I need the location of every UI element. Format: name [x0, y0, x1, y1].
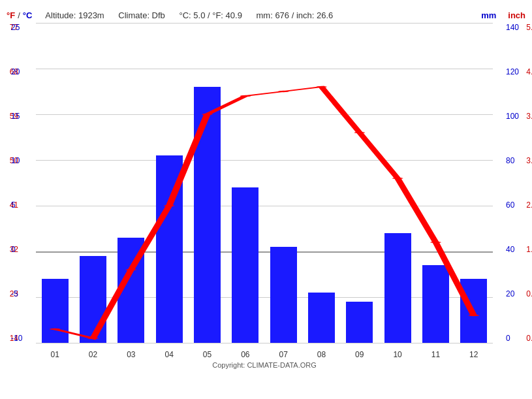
y-label-inch: 3.9 [519, 112, 532, 121]
header-info: Altitude: 1923m Climate: Dfb °C: 5.0 / °… [45, 10, 345, 20]
chart-container: °F / °C Altitude: 1923m Climate: Dfb °C:… [0, 0, 532, 399]
altitude-label: Altitude: 1923m [45, 10, 104, 20]
x-month-label: 01 [36, 350, 74, 359]
copyright: Copyright: CLIMATE-DATA.ORG [36, 361, 493, 369]
x-month-label: 11 [416, 350, 454, 359]
x-month-label: 03 [112, 350, 150, 359]
inch-unit-header: inch [508, 10, 525, 20]
precip-label: mm: 676 / inch: 26.6 [257, 10, 334, 20]
chart-header: °F / °C Altitude: 1923m Climate: Dfb °C:… [0, 7, 532, 23]
x-month-label: 12 [455, 350, 493, 359]
celsius-label: °C [23, 10, 33, 20]
temp-dot [87, 338, 99, 339]
x-month-label: 06 [227, 350, 264, 359]
fahrenheit-label: °F [7, 10, 15, 20]
x-month-label: 08 [302, 350, 340, 359]
mm-unit-header: mm [481, 10, 496, 20]
chart-area: 7768595041322314 2520151050-5-10 0102030… [36, 23, 493, 343]
grid-line [36, 343, 493, 343]
temperature-line-chart [36, 23, 493, 343]
x-month-label: 04 [150, 350, 188, 359]
y-label-celsius: 25 [11, 23, 29, 32]
x-month-label: 05 [188, 350, 226, 359]
y-label-inch: 3.1 [519, 156, 532, 165]
temp-dot [50, 328, 61, 330]
temp-dot [125, 269, 136, 270]
temp-avg-label: °C: 5.0 / °F: 40.9 [179, 10, 242, 20]
temp-dot [468, 315, 479, 316]
y-axis-inch: 5.54.73.93.12.41.60.80.0 [519, 23, 532, 343]
y-axis-celsius: 2520151050-5-10 [11, 23, 29, 343]
y-label-celsius: 20 [11, 67, 29, 76]
y-label-celsius: 0 [11, 245, 29, 254]
y-label-inch: 0.0 [519, 334, 532, 343]
x-month-label: 10 [379, 350, 416, 359]
temp-dot [278, 91, 289, 92]
y-label-celsius: -5 [11, 289, 29, 298]
temperature-polyline [55, 87, 474, 338]
temp-dot [316, 86, 327, 88]
y-label-inch: 0.8 [519, 289, 532, 298]
y-label-celsius: 5 [11, 200, 29, 210]
temp-dot [164, 205, 175, 206]
temp-dot [430, 242, 441, 243]
y-label-inch: 4.7 [519, 67, 532, 76]
temp-dot [392, 178, 403, 179]
temp-dot [202, 114, 213, 115]
y-label-inch: 2.4 [519, 200, 532, 210]
y-label-celsius: -10 [11, 334, 29, 343]
unit-labels: °F / °C [7, 10, 32, 20]
temp-dot [354, 132, 365, 133]
x-axis: 010203040506070809101112 [36, 350, 493, 359]
y-label-celsius: 10 [11, 156, 29, 165]
y-label-inch: 1.6 [519, 245, 532, 254]
x-month-label: 02 [74, 350, 112, 359]
y-label-celsius: 15 [11, 112, 29, 121]
temp-dot [240, 95, 251, 97]
x-month-label: 07 [264, 350, 302, 359]
climate-label: Climate: Dfb [118, 10, 165, 20]
x-month-label: 09 [341, 350, 379, 359]
y-label-inch: 5.5 [519, 23, 532, 32]
